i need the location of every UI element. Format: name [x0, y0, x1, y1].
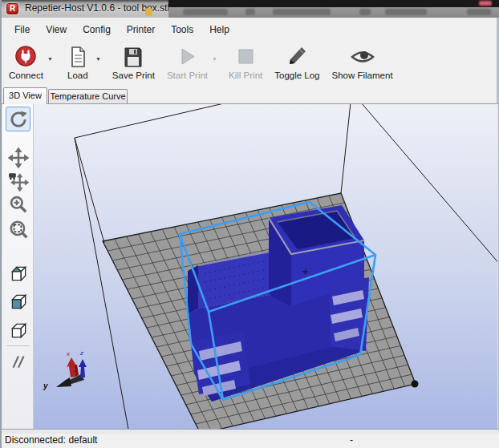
tab-bar: Temperature Curve 3D View [2, 86, 497, 103]
load-document-icon [64, 44, 91, 70]
connection-status: Disconnected: default [5, 434, 97, 446]
toggle-projection-button[interactable] [6, 349, 30, 373]
kill-print-label: Kill Print [229, 71, 262, 80]
toggle-log-pencil-icon [283, 44, 310, 70]
start-play-icon [173, 44, 201, 70]
toolbar: Connect ▼ Load ▼ [2, 42, 497, 86]
show-filament-eye-icon [349, 44, 376, 70]
menu-file[interactable]: File [6, 19, 38, 40]
top-view-button[interactable] [6, 317, 30, 342]
move-object-button[interactable] [6, 168, 30, 193]
connect-plug-icon [12, 44, 39, 70]
start-print-label: Start Print [167, 71, 208, 80]
front-view-button[interactable] [6, 289, 30, 313]
axis-z-label: z [79, 349, 83, 357]
tab-3d-view[interactable]: 3D View [3, 87, 47, 104]
connect-dropdown[interactable]: ▼ [46, 46, 55, 71]
3d-viewport[interactable]: x z y [34, 104, 497, 429]
start-print-dropdown[interactable]: ▼ [210, 46, 219, 71]
repetier-host-window: R Repetier-Host V1.0.6 - tool box.stl Fi… [0, 0, 499, 448]
title-bar[interactable]: R Repetier-Host V1.0.6 - tool box.stl [2, 0, 497, 18]
menu-help[interactable]: Help [201, 19, 237, 40]
fit-view-button[interactable] [6, 216, 30, 241]
show-filament-label: Show Filament [332, 71, 393, 80]
zoom-in-button[interactable] [6, 192, 30, 216]
save-print-label: Save Print [112, 71, 155, 80]
axis-y-label: y [43, 381, 48, 390]
background-close-button [479, 1, 492, 6]
menu-view[interactable]: View [38, 19, 75, 40]
status-value: - [350, 434, 353, 446]
kill-print-button[interactable]: Kill Print [226, 43, 265, 81]
move-viewpoint-button[interactable] [6, 145, 30, 170]
menu-config[interactable]: Config [75, 19, 119, 40]
save-floppy-icon [120, 44, 147, 70]
menu-tools[interactable]: Tools [163, 19, 201, 40]
save-print-button[interactable]: Save Print [110, 43, 157, 81]
show-filament-button[interactable]: Show Filament [330, 43, 396, 81]
background-window-strip [168, 0, 499, 18]
status-bar: Disconnected: default - [2, 434, 499, 448]
background-window-artifact [145, 8, 152, 16]
load-button[interactable]: Load [62, 43, 94, 81]
start-print-button[interactable]: Start Print [164, 43, 210, 81]
load-dropdown[interactable]: ▼ [94, 46, 103, 71]
tab-temperature-curve[interactable]: Temperature Curve [48, 89, 128, 104]
bed-corner-point [412, 381, 419, 388]
isometric-view-button[interactable] [6, 260, 30, 285]
rotate-view-button[interactable] [6, 107, 30, 131]
connect-label: Connect [9, 71, 43, 80]
connect-button[interactable]: Connect [6, 43, 46, 81]
main-area: x z y [2, 103, 498, 429]
sidebar-separator [6, 345, 30, 346]
menu-printer[interactable]: Printer [119, 19, 163, 40]
toggle-log-button[interactable]: Toggle Log [272, 43, 322, 81]
view-toolbar [2, 104, 34, 429]
kill-stop-icon [232, 44, 259, 70]
menu-bar: File View Config Printer Tools Help [2, 18, 497, 42]
load-label: Load [67, 71, 88, 80]
toggle-log-label: Toggle Log [274, 71, 319, 80]
app-icon: R [6, 3, 18, 14]
